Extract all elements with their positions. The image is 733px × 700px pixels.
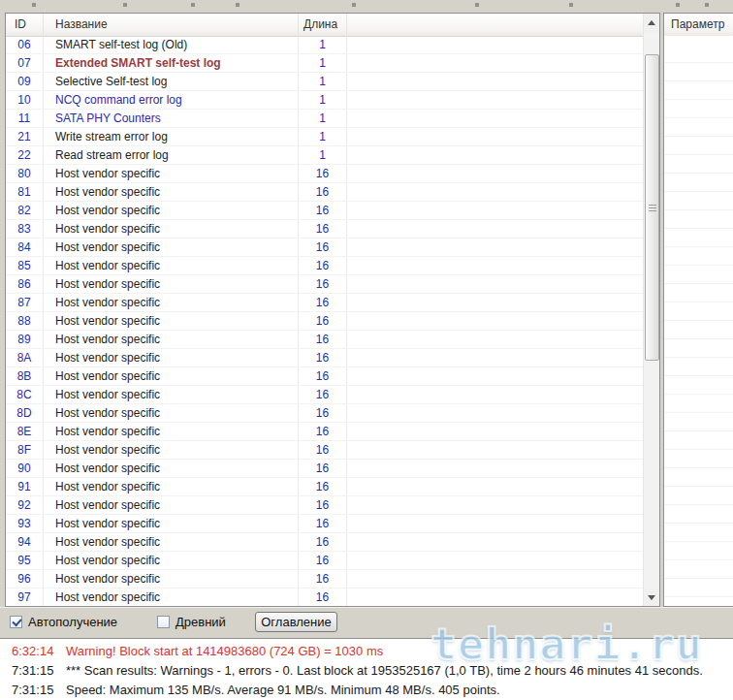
row-length-cell: 16 <box>299 294 347 311</box>
log-timestamp: 6:32:14 <box>0 642 66 661</box>
row-filler-cell <box>347 515 643 532</box>
checkbox-icon[interactable] <box>157 616 170 628</box>
table-row[interactable]: 8E Host vendor specific 16 <box>6 423 643 441</box>
row-id-cell: 82 <box>6 202 44 219</box>
row-length-cell: 16 <box>299 312 347 330</box>
ancient-checkbox[interactable]: Древний <box>157 615 226 629</box>
row-id-cell: 89 <box>6 331 44 348</box>
parameter-panel-body <box>664 36 733 606</box>
table-row[interactable]: 07 Extended SMART self-test log 1 <box>6 54 643 73</box>
scroll-up-button[interactable] <box>644 14 659 32</box>
row-length-cell: 16 <box>299 515 347 532</box>
table-row[interactable]: 09 Selective Self-test log 1 <box>6 73 643 91</box>
table-row[interactable]: 83 Host vendor specific 16 <box>6 220 643 239</box>
row-length-cell: 16 <box>299 423 347 440</box>
row-length-cell: 1 <box>299 110 347 127</box>
table-row[interactable]: 93 Host vendor specific 16 <box>6 515 643 533</box>
log-directory-list: ID Название Длина 06 SMART self-test log… <box>5 13 660 607</box>
row-name-cell: Host vendor specific <box>44 552 299 569</box>
table-row[interactable]: 88 Host vendor specific 16 <box>6 312 643 331</box>
row-length-cell: 16 <box>299 349 347 366</box>
log-timestamp: 7:31:15 <box>0 661 66 681</box>
table-row[interactable]: 06 SMART self-test log (Old) 1 <box>6 36 643 54</box>
table-row[interactable]: 89 Host vendor specific 16 <box>6 331 643 349</box>
row-length-cell: 16 <box>299 257 347 274</box>
row-name-cell: Read stream error log <box>44 146 299 164</box>
row-name-cell: Host vendor specific <box>44 441 299 459</box>
row-filler-cell <box>347 386 643 403</box>
table-row[interactable]: 8D Host vendor specific 16 <box>6 404 643 423</box>
column-header-name[interactable]: Название <box>44 14 299 36</box>
table-row[interactable]: 10 NCQ command error log 1 <box>6 91 643 110</box>
triangle-up-icon <box>648 20 655 25</box>
table-row[interactable]: 85 Host vendor specific 16 <box>6 257 643 275</box>
smart-logs-window: ID Название Длина 06 SMART self-test log… <box>0 0 733 700</box>
row-length-cell: 16 <box>299 496 347 514</box>
column-header-parameter[interactable]: Параметр <box>664 14 733 37</box>
row-name-cell: Host vendor specific <box>44 423 299 440</box>
log-entry: 7:31:15 *** Scan results: Warnings - 1, … <box>0 661 733 681</box>
table-row[interactable]: 84 Host vendor specific 16 <box>6 239 643 257</box>
row-name-cell: Host vendor specific <box>44 257 299 274</box>
table-row[interactable]: 92 Host vendor specific 16 <box>6 496 643 515</box>
checkbox-icon[interactable] <box>10 616 22 628</box>
table-row[interactable]: 82 Host vendor specific 16 <box>6 202 643 220</box>
table-row[interactable]: 90 Host vendor specific 16 <box>6 460 643 478</box>
row-name-cell: Host vendor specific <box>44 404 299 422</box>
vertical-scrollbar[interactable] <box>643 14 659 606</box>
column-header-length[interactable]: Длина <box>299 14 347 36</box>
scrollbar-thumb[interactable] <box>645 54 659 361</box>
row-filler-cell <box>347 36 643 53</box>
table-row[interactable]: 80 Host vendor specific 16 <box>6 165 643 183</box>
row-id-cell: 8A <box>6 349 44 366</box>
row-id-cell: 84 <box>6 239 44 256</box>
row-name-cell: Selective Self-test log <box>44 73 299 90</box>
table-row[interactable]: 11 SATA PHY Counters 1 <box>6 110 643 128</box>
row-name-cell: Host vendor specific <box>44 331 299 348</box>
row-length-cell: 1 <box>299 54 347 72</box>
toc-button[interactable]: Оглавление <box>255 612 337 632</box>
table-row[interactable]: 97 Host vendor specific 16 <box>6 589 643 606</box>
table-row[interactable]: 87 Host vendor specific 16 <box>6 294 643 312</box>
row-filler-cell <box>347 202 643 219</box>
row-name-cell: Host vendor specific <box>44 496 299 514</box>
row-filler-cell <box>347 552 643 569</box>
table-row[interactable]: 81 Host vendor specific 16 <box>6 183 643 202</box>
row-length-cell: 16 <box>299 239 347 256</box>
row-filler-cell <box>347 460 643 477</box>
table-row[interactable]: 96 Host vendor specific 16 <box>6 570 643 589</box>
table-row[interactable]: 91 Host vendor specific 16 <box>6 478 643 496</box>
scroll-down-button[interactable] <box>644 589 659 606</box>
row-name-cell: Host vendor specific <box>44 294 299 311</box>
row-filler-cell <box>347 128 643 145</box>
row-id-cell: 87 <box>6 294 44 311</box>
row-id-cell: 95 <box>6 552 44 569</box>
row-id-cell: 85 <box>6 257 44 274</box>
row-id-cell: 91 <box>6 478 44 495</box>
scrollbar-grip-icon <box>649 207 656 208</box>
clipped-text-strip <box>0 0 733 12</box>
table-row[interactable]: 8A Host vendor specific 16 <box>6 349 643 367</box>
row-length-cell: 16 <box>299 441 347 459</box>
table-row[interactable]: 94 Host vendor specific 16 <box>6 533 643 552</box>
table-row[interactable]: 8B Host vendor specific 16 <box>6 367 643 386</box>
row-id-cell: 92 <box>6 496 44 514</box>
row-length-cell: 1 <box>299 91 347 109</box>
table-row[interactable]: 8F Host vendor specific 16 <box>6 441 643 460</box>
row-length-cell: 16 <box>299 165 347 182</box>
row-name-cell: SATA PHY Counters <box>44 110 299 127</box>
row-filler-cell <box>347 589 643 606</box>
table-row[interactable]: 86 Host vendor specific 16 <box>6 275 643 294</box>
table-row[interactable]: 21 Write stream error log 1 <box>6 128 643 146</box>
row-name-cell: Host vendor specific <box>44 570 299 588</box>
row-name-cell: Host vendor specific <box>44 533 299 551</box>
table-row[interactable]: 8C Host vendor specific 16 <box>6 386 643 404</box>
row-filler-cell <box>347 533 643 551</box>
row-name-cell: Extended SMART self-test log <box>44 54 299 72</box>
column-header-id[interactable]: ID <box>6 14 44 36</box>
table-row[interactable]: 95 Host vendor specific 16 <box>6 552 643 570</box>
table-row[interactable]: 22 Read stream error log 1 <box>6 146 643 165</box>
row-id-cell: 07 <box>6 54 44 72</box>
log-message: Speed: Maximum 135 MB/s. Average 91 MB/s… <box>66 681 733 700</box>
autoreceive-checkbox[interactable]: Автополучение <box>10 615 117 629</box>
